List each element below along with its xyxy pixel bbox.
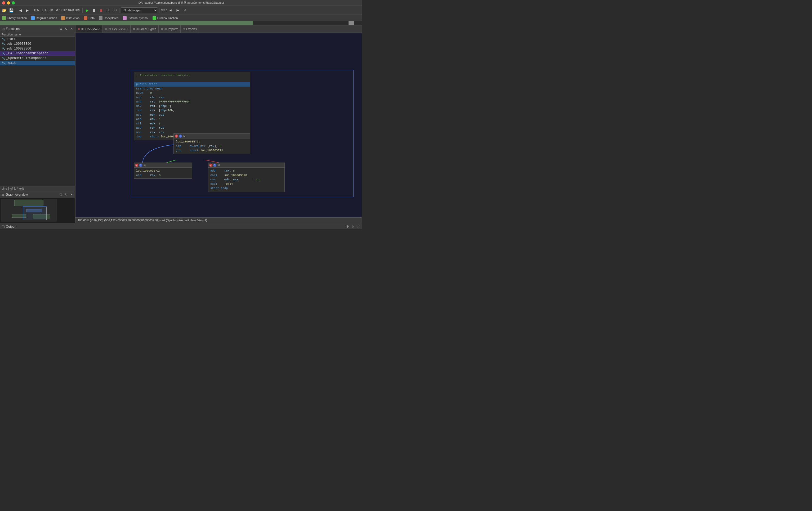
legend-unexplored-label: Unexplored [104, 17, 118, 20]
block4-icon-red[interactable]: ● [209, 163, 212, 167]
legend-instruction-label: Instruction [66, 17, 80, 20]
functions-close-btn[interactable]: ✕ [69, 27, 74, 31]
output-header: ⊟ Output ⚙ ↻ ✕ [0, 223, 362, 229]
tab-imports-icon: ⊞ [165, 28, 167, 30]
legend-regular: Regular function [31, 16, 57, 20]
graph-overview-settings-btn[interactable]: ⚙ [59, 192, 63, 197]
prev-loc-btn[interactable]: ◀| [168, 7, 174, 13]
sep3 [82, 8, 83, 13]
minimize-button[interactable] [7, 1, 10, 4]
function-name-exit1: _exit [6, 61, 16, 65]
exports-btn[interactable]: EXP [61, 7, 67, 13]
close-button[interactable] [2, 1, 5, 4]
title-bar: IDA - applet /Applications/burp 破解器.app/… [0, 0, 362, 6]
function-item-exit1[interactable]: 🔧 _exit [0, 61, 75, 65]
bottom-status-text: 100.00% (-316,130) (566,122) 00007E50 00… [78, 219, 207, 222]
tab-local-types[interactable]: ✕ ⊞ Local Types [130, 25, 159, 33]
tab-hex-close-icon[interactable]: ✕ [105, 27, 108, 31]
step-into-btn[interactable]: SI [105, 7, 111, 13]
open-button[interactable]: 📂 [1, 7, 7, 13]
pause-btn[interactable]: ⏸ [91, 7, 97, 13]
run-btn[interactable]: ▶ [84, 7, 90, 13]
func-icon-call1: 🔧 [2, 52, 5, 55]
block2-icon-smiley[interactable]: ☺ [183, 134, 186, 138]
block3-icon-smiley[interactable]: ☺ [143, 163, 146, 167]
functions-sync-btn[interactable]: ↻ [64, 27, 68, 31]
code-block-2: ● ✎ ☺ loc_100003E75: cmp qword ptr [rcx]… [173, 133, 250, 154]
forward-button[interactable]: ▶ [24, 7, 30, 13]
function-item-call1[interactable]: 🔧 _CallComponentDispatch [0, 51, 75, 56]
output-close-btn[interactable]: ✕ [356, 224, 360, 229]
legend-data: Data [84, 16, 94, 20]
bookmarks-btn[interactable]: BK [181, 7, 188, 13]
disasm-btn[interactable]: ASM [33, 7, 40, 13]
maximize-button[interactable] [12, 1, 15, 4]
strings-btn[interactable]: STR [47, 7, 54, 13]
nav-bar-inner[interactable] [0, 21, 362, 25]
func-icon-open1: 🔧 [2, 56, 5, 60]
block4-icon-smiley[interactable]: ☺ [217, 163, 220, 167]
output-settings-btn[interactable]: ⚙ [345, 224, 350, 229]
graph-overview-panel: ◈ Graph overview ⚙ ↻ ✕ [0, 191, 75, 223]
legend-lumina: Lumina function [152, 16, 178, 20]
tab-exports[interactable]: ⊞ Exports [181, 25, 199, 33]
code-line-blank [136, 78, 248, 82]
right-panel: ✕ ⊞ IDA View-A ✕ ⊟ Hex View-1 ✕ ⊞ Local … [76, 25, 362, 223]
tab-ida-close-icon[interactable]: ✕ [78, 27, 80, 31]
nav-marker [349, 21, 354, 25]
code-line-mov3: mov edx, edi [136, 113, 248, 117]
legend-unexplored: Unexplored [99, 16, 118, 20]
function-item-sub1[interactable]: 🔧 sub_100003E90 [0, 41, 75, 46]
graph-overview-canvas[interactable] [0, 198, 75, 223]
debugger-select[interactable]: No debugger Local debugger Remote debugg… [121, 7, 158, 13]
function-name-start: start [6, 37, 16, 41]
sep4 [119, 8, 119, 13]
window-controls[interactable] [2, 1, 15, 4]
code-line-lea: lea rsi, [rbp+10h] [136, 108, 248, 113]
back-button[interactable]: ◀ [17, 7, 24, 13]
block3-icon-red[interactable]: ● [135, 163, 138, 167]
code-line-proc: start proc near [136, 87, 248, 91]
code-line-mov1: mov rbp, rsp [136, 95, 248, 100]
legend-lumina-label: Lumina function [157, 17, 178, 20]
bottom-status: 100.00% (-316,130) (566,122) 00007E50 00… [76, 217, 362, 223]
imports-btn[interactable]: IMP [54, 7, 60, 13]
graph-area[interactable]: ; Attributes: noreturn fuzzy-sp public s… [76, 33, 362, 217]
block2-icon-red[interactable]: ● [175, 134, 178, 138]
tab-imports-close-icon[interactable]: ✕ [161, 27, 164, 31]
block4-endp: start endp [210, 186, 282, 191]
names-btn[interactable]: NAM [68, 7, 74, 13]
graph-overview-sync-btn[interactable]: ↻ [64, 192, 68, 197]
stop-btn[interactable]: ⏹ [98, 7, 104, 13]
hex-btn[interactable]: HEX [40, 7, 47, 13]
next-loc-btn[interactable]: |▶ [175, 7, 181, 13]
block2-icon-blue[interactable]: ✎ [179, 134, 182, 138]
function-item-open1[interactable]: 🔧 _OpenDefaultComponent [0, 56, 75, 61]
tab-hex-view[interactable]: ✕ ⊟ Hex View-1 [103, 25, 130, 33]
cross-ref-btn[interactable]: XRF [75, 7, 81, 13]
function-list[interactable]: 🔧 start 🔧 sub_100003E90 🔧 sub_100003EC0 … [0, 37, 75, 186]
function-item-start[interactable]: 🔧 start [0, 37, 75, 41]
output-sync-btn[interactable]: ↻ [351, 224, 355, 229]
block4-icon-blue[interactable]: ✎ [213, 163, 216, 167]
legend-external-dot [123, 16, 126, 20]
code-line-public: public start [134, 82, 250, 87]
tab-local-close-icon[interactable]: ✕ [133, 27, 135, 31]
tab-ida-layout-icon: ⊞ [81, 28, 83, 30]
nav-bar [0, 21, 362, 25]
window-title: IDA - applet /Applications/burp 破解器.app/… [138, 1, 224, 5]
func-icon-sub1: 🔧 [2, 42, 5, 46]
save-button[interactable]: 💾 [8, 7, 14, 13]
functions-settings-btn[interactable]: ⚙ [59, 27, 63, 31]
sep2 [32, 8, 32, 13]
block4-call1: call sub_100003E90 [210, 173, 282, 178]
code-block-3-content: loc_100003E71: add rcx, 8 [134, 168, 192, 178]
script-btn[interactable]: SCR [161, 7, 167, 13]
graph-overview-close-btn[interactable]: ✕ [69, 192, 74, 197]
tab-ida-view[interactable]: ✕ ⊞ IDA View-A [76, 25, 103, 33]
block3-icon-blue[interactable]: ✎ [139, 163, 142, 167]
step-over-btn[interactable]: SO [112, 7, 118, 13]
tab-imports[interactable]: ✕ ⊞ Imports [158, 25, 181, 33]
function-item-sub2[interactable]: 🔧 sub_100003EC0 [0, 46, 75, 51]
block2-jnz: jnz short loc_100003E71 [176, 148, 248, 153]
